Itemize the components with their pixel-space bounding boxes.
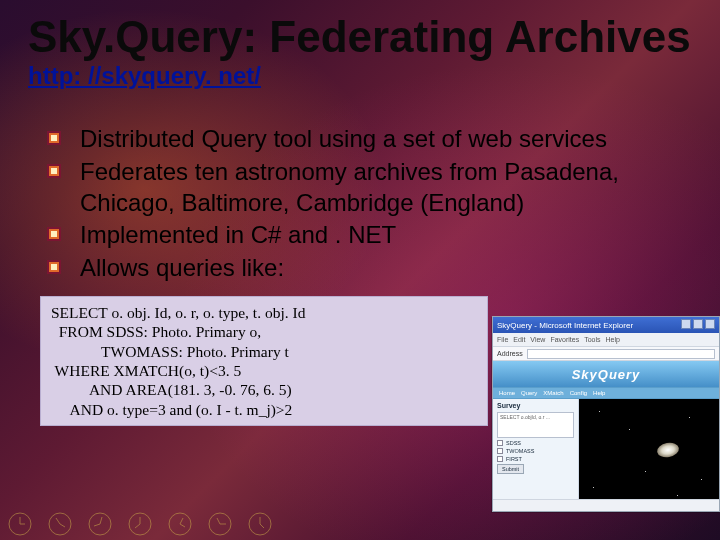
menu-item[interactable]: Favorites bbox=[550, 336, 579, 343]
bullet-text: Federates ten astronomy archives from Pa… bbox=[80, 158, 619, 216]
svg-line-16 bbox=[56, 518, 60, 524]
star-icon bbox=[701, 479, 702, 480]
nav-item[interactable]: XMatch bbox=[543, 390, 563, 396]
nav-item[interactable]: Config bbox=[570, 390, 587, 396]
clock-icon: -7 bbox=[248, 512, 272, 536]
checkbox-icon[interactable] bbox=[497, 456, 503, 462]
svg-rect-8 bbox=[51, 231, 57, 237]
star-icon bbox=[629, 429, 630, 430]
bullet-icon bbox=[46, 259, 62, 275]
checkbox-label: SDSS bbox=[506, 440, 521, 446]
site-nav: Home Query XMatch Config Help bbox=[493, 387, 719, 399]
sql-code-block: SELECT o. obj. Id, o. r, o. type, t. obj… bbox=[40, 296, 488, 426]
galaxy-icon bbox=[656, 441, 680, 459]
star-icon bbox=[599, 411, 600, 412]
nav-item[interactable]: Home bbox=[499, 390, 515, 396]
menu-item[interactable]: Tools bbox=[584, 336, 600, 343]
star-icon bbox=[689, 417, 690, 418]
browser-address-bar: Address bbox=[493, 347, 719, 361]
menu-item[interactable]: View bbox=[530, 336, 545, 343]
site-banner: SkyQuery bbox=[493, 361, 719, 387]
star-icon bbox=[593, 487, 594, 488]
address-label: Address bbox=[497, 350, 523, 357]
svg-line-20 bbox=[94, 524, 100, 526]
browser-titlebar: SkyQuery - Microsoft Internet Explorer bbox=[493, 317, 719, 333]
survey-checkbox-row: FIRST bbox=[497, 456, 574, 462]
bullet-icon bbox=[46, 163, 62, 179]
address-input[interactable] bbox=[527, 349, 715, 359]
menu-item[interactable]: File bbox=[497, 336, 508, 343]
bullet-text: Allows queries like: bbox=[80, 254, 284, 281]
browser-status-bar bbox=[493, 499, 719, 511]
svg-rect-2 bbox=[51, 135, 57, 141]
nav-item[interactable]: Help bbox=[593, 390, 605, 396]
survey-checkbox-row: SDSS bbox=[497, 440, 574, 446]
query-panel: Survey SELECT o.objId, o.r ... SDSS TWOM… bbox=[493, 399, 579, 511]
clock-icon: -8 bbox=[208, 512, 232, 536]
bullet-text: Distributed Query tool using a set of we… bbox=[80, 125, 607, 152]
list-item: Distributed Query tool using a set of we… bbox=[46, 124, 692, 155]
clock-icon: +12 bbox=[8, 512, 32, 536]
checkbox-icon[interactable] bbox=[497, 440, 503, 446]
svg-line-19 bbox=[100, 517, 102, 524]
submit-button[interactable]: Submit bbox=[497, 464, 524, 474]
survey-checkbox-row: TWOMASS bbox=[497, 448, 574, 454]
checkbox-label: FIRST bbox=[506, 456, 522, 462]
svg-line-25 bbox=[180, 518, 183, 524]
svg-line-32 bbox=[260, 524, 264, 528]
star-icon bbox=[645, 471, 646, 472]
sky-image bbox=[579, 399, 719, 511]
clock-icon: +11 bbox=[48, 512, 72, 536]
list-item: Implemented in C# and . NET bbox=[46, 220, 692, 251]
menu-item[interactable]: Help bbox=[606, 336, 620, 343]
clock-icon: -9 bbox=[168, 512, 192, 536]
bullet-list: Distributed Query tool using a set of we… bbox=[46, 124, 692, 284]
svg-line-26 bbox=[180, 524, 185, 527]
svg-line-17 bbox=[60, 524, 65, 527]
star-icon bbox=[677, 495, 678, 496]
bullet-icon bbox=[46, 226, 62, 242]
browser-menubar: File Edit View Favorites Tools Help bbox=[493, 333, 719, 347]
svg-rect-5 bbox=[51, 168, 57, 174]
svg-line-28 bbox=[217, 518, 220, 524]
slide-link[interactable]: http: //skyquery. net/ bbox=[28, 62, 692, 90]
checkbox-icon[interactable] bbox=[497, 448, 503, 454]
clock-icon: -1 bbox=[88, 512, 112, 536]
list-item: Federates ten astronomy archives from Pa… bbox=[46, 157, 692, 218]
bullet-icon bbox=[46, 130, 62, 146]
browser-screenshot: SkyQuery - Microsoft Internet Explorer F… bbox=[492, 316, 720, 512]
svg-line-23 bbox=[135, 524, 140, 528]
window-controls bbox=[679, 319, 715, 331]
browser-window-title: SkyQuery - Microsoft Internet Explorer bbox=[497, 321, 633, 330]
clock-icon: -10 bbox=[128, 512, 152, 536]
menu-item[interactable]: Edit bbox=[513, 336, 525, 343]
list-item: Allows queries like: bbox=[46, 253, 692, 284]
bullet-text: Implemented in C# and . NET bbox=[80, 221, 396, 248]
svg-rect-11 bbox=[51, 264, 57, 270]
timezone-clock-row: +12 +11 -1 -10 -9 -8 -7 bbox=[8, 512, 272, 536]
slide-title: Sky.Query: Federating Archives bbox=[28, 14, 692, 60]
nav-item[interactable]: Query bbox=[521, 390, 537, 396]
panel-heading: Survey bbox=[497, 402, 574, 409]
checkbox-label: TWOMASS bbox=[506, 448, 534, 454]
query-textarea[interactable]: SELECT o.objId, o.r ... bbox=[497, 412, 574, 438]
